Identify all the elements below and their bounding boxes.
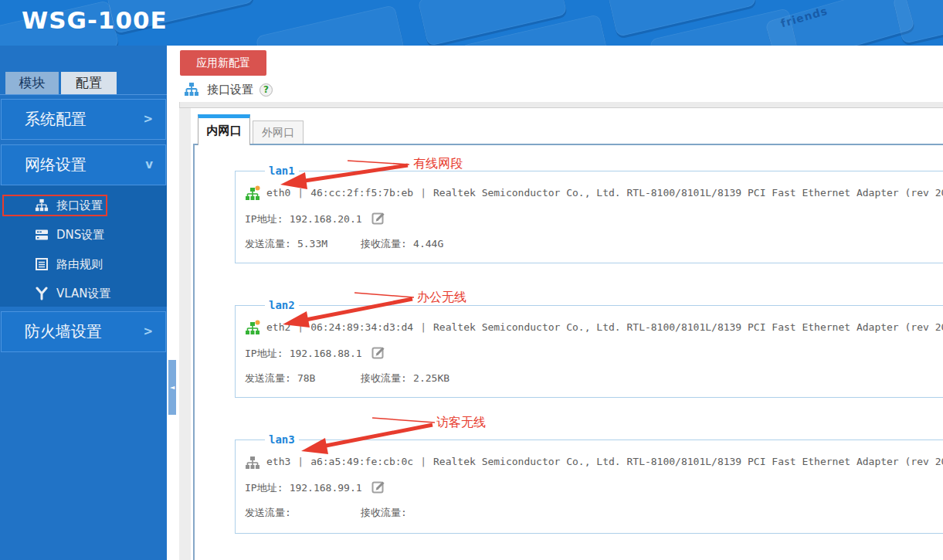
tx-value: 78B [297,371,338,386]
scrollbar-track[interactable] [179,108,191,560]
rx-label: 接收流量: [361,372,407,384]
annotation-text: 访客无线 [436,415,486,429]
chevron-right-icon: > [143,312,153,351]
sidebar-group-label: 系统配置 [25,110,86,128]
app-header: friends WSG-100E [0,0,943,46]
keyboard-key-decoration [255,5,405,46]
interface-group-lan3: lan3 eth3 | a6:a5:49:fe:cb:0c | Realtek … [235,433,943,534]
interface-name: eth0 [266,185,290,201]
sidebar-submenu-network: 接口设置 DNS设置 路由规则 VLAN设置 [0,185,167,307]
ethernet-down-icon [245,454,260,470]
page-title: 接口设置 [207,83,253,97]
separator: | [420,185,426,201]
interface-group-lan2: lan2 eth2 | 06:24:89:34:d3:d4 | Realtek … [235,299,943,398]
sidebar-collapse-handle[interactable]: ◄ [168,360,176,415]
separator: | [297,320,304,335]
pencil-icon [371,480,386,494]
sidebar-item-routing-rules[interactable]: 路由规则 [0,253,167,275]
interface-mac: 46:cc:2f:f5:7b:eb [310,185,413,201]
sidebar-group-label: 防火墙设置 [25,322,102,341]
sidebar-item-system-config[interactable]: 系统配置 > [1,99,166,140]
interface-ip-row: IP地址: 192.168.88.1 [245,345,943,361]
ethernet-up-icon [245,320,260,335]
rx-label: 接收流量: [361,238,407,249]
tab-lan-ports[interactable]: 内网口 [198,114,250,145]
sidebar-item-interface-settings[interactable]: 接口设置 [0,195,167,216]
main-content: 应用新配置 接口设置 ? 内网口 外网口 lan1 eth0 [167,46,943,560]
app-title: WSG-100E [22,6,168,34]
tab-underline [193,144,943,145]
interface-description: Realtek Semiconductor Co., Ltd. RTL-8100… [433,320,943,335]
interface-traffic-row: 发送流量: 接收流量: [245,505,943,521]
sidebar-item-network-settings[interactable]: 网络设置 v [1,144,166,185]
separator: | [297,185,304,201]
interface-mac: a6:a5:49:fe:cb:0c [310,454,413,470]
ip-value: 192.168.88.1 [290,348,362,359]
interface-traffic-row: 发送流量: 5.33M 接收流量: 4.44G [245,236,943,252]
interface-ip-row: IP地址: 192.168.99.1 [245,480,943,495]
interface-group-label: lan3 [265,433,299,446]
sidebar-subitem-label: VLAN设置 [56,287,110,301]
list-icon [35,257,49,271]
rx-value: 4.44G [413,238,443,249]
tx-label: 发送流量: [245,238,291,249]
interface-description: Realtek Semiconductor Co., Ltd. RTL-8100… [433,185,943,201]
sidebar-tab-modules[interactable]: 模块 [5,72,59,94]
rx-value: 2.25KB [413,372,449,384]
tx-value: 5.33M [297,236,338,252]
ethernet-up-icon [245,185,260,201]
sidebar-item-dns-settings[interactable]: DNS设置 [0,224,167,246]
ip-label: IP地址: [245,348,283,359]
sidebar-tab-config[interactable]: 配置 [61,72,117,94]
vlan-branch-icon [35,287,49,300]
sidebar-tab-bar: 模块 配置 [0,72,167,95]
rx-label: 接收流量: [361,507,407,518]
ip-label: IP地址: [245,482,283,494]
interface-identity-row: eth0 | 46:cc:2f:f5:7b:eb | Realtek Semic… [245,185,943,201]
tx-label: 发送流量: [245,372,291,384]
interface-identity-row: eth2 | 06:24:89:34:d3:d4 | Realtek Semic… [245,320,943,335]
help-icon[interactable]: ? [259,83,273,97]
sidebar-group-label: 网络设置 [25,155,86,174]
server-icon [35,228,49,242]
keyboard-key-decoration [892,0,943,44]
sidebar-subitem-label: 路由规则 [56,257,103,272]
interface-name: eth2 [266,320,290,335]
interface-description: Realtek Semiconductor Co., Ltd. RTL-8100… [433,454,943,470]
ip-value: 192.168.99.1 [290,482,362,494]
interface-name: eth3 [266,454,290,470]
chevron-right-icon: > [143,100,153,139]
sidebar: 模块 配置 系统配置 > 网络设置 v 接口设置 [0,46,167,560]
chevron-down-icon: v [145,145,153,185]
sitemap-icon [35,199,49,212]
sidebar-subitem-label: DNS设置 [56,228,104,243]
edit-ip-button[interactable] [371,480,386,494]
sidebar-item-vlan-settings[interactable]: VLAN设置 [0,283,167,304]
content-divider [179,102,943,108]
edit-ip-button[interactable] [371,345,386,360]
page-header: 接口设置 ? [184,81,273,98]
interface-mac: 06:24:89:34:d3:d4 [310,320,413,335]
interface-ip-row: IP地址: 192.168.20.1 [245,211,943,226]
collapse-arrow-icon: ◄ [170,384,175,391]
sitemap-icon [184,82,199,97]
interface-group-lan1: lan1 eth0 | 46:cc:2f:f5:7b:eb | Realtek … [235,165,943,263]
pencil-icon [371,211,386,226]
interface-group-label: lan2 [265,299,299,311]
tab-wan-ports[interactable]: 外网口 [253,120,304,144]
separator: | [420,454,426,470]
apply-config-button[interactable]: 应用新配置 [180,50,266,76]
sidebar-item-firewall-settings[interactable]: 防火墙设置 > [1,311,166,352]
ip-label: IP地址: [245,213,283,225]
separator: | [297,454,304,470]
edit-ip-button[interactable] [371,211,386,226]
tx-label: 发送流量: [245,507,291,518]
interface-group-label: lan1 [265,165,299,177]
pencil-icon [371,345,386,360]
sidebar-subitem-label: 接口设置 [56,199,103,213]
ip-value: 192.168.20.1 [290,213,362,225]
interface-identity-row: eth3 | a6:a5:49:fe:cb:0c | Realtek Semic… [245,454,943,470]
separator: | [420,320,426,335]
panel-border [193,144,195,560]
interface-traffic-row: 发送流量: 78B 接收流量: 2.25KB [245,371,943,386]
